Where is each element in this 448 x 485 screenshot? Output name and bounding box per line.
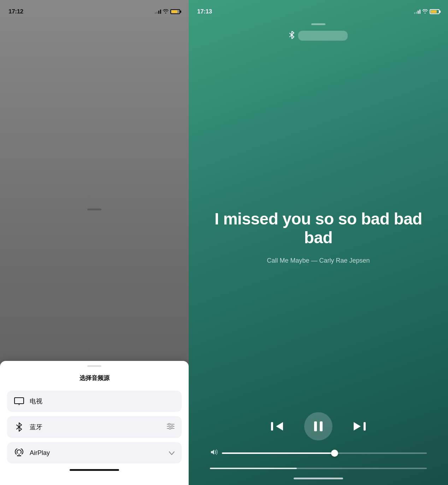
chevron-down-icon xyxy=(169,449,175,457)
sheet-handle xyxy=(87,365,101,367)
volume-slider[interactable] xyxy=(222,452,427,454)
left-panel: 17:12 选择音频源 xyxy=(0,0,189,485)
airplay-icon xyxy=(14,449,24,457)
lyrics-container: I missed you so so bad bad bad Call Me M… xyxy=(189,62,448,412)
bluetooth-device-name xyxy=(298,31,348,41)
right-status-bar: 17:13 xyxy=(189,0,448,19)
volume-row xyxy=(210,449,427,457)
svg-rect-0 xyxy=(14,398,24,404)
svg-rect-10 xyxy=(314,421,317,431)
drag-handle xyxy=(87,209,101,210)
wifi-icon xyxy=(163,9,169,14)
playback-controls xyxy=(210,412,427,440)
right-status-icons xyxy=(414,9,440,14)
airplay-option-left: AirPlay xyxy=(14,449,50,457)
sheet-title: 选择音频源 xyxy=(0,374,189,382)
svg-rect-9 xyxy=(271,422,273,431)
audio-source-sheet: 选择音频源 电视 xyxy=(0,361,189,485)
svg-marker-8 xyxy=(276,422,283,431)
equalizer-icon xyxy=(167,423,175,431)
signal-icon-right xyxy=(414,10,420,14)
svg-marker-12 xyxy=(354,422,361,431)
progress-fill xyxy=(210,468,297,469)
next-button[interactable] xyxy=(354,421,366,431)
signal-icon xyxy=(155,10,161,14)
airplay-label: AirPlay xyxy=(30,449,50,457)
battery-icon xyxy=(170,9,180,14)
bluetooth-option[interactable]: 蓝牙 xyxy=(7,416,182,438)
tv-icon xyxy=(14,397,24,405)
play-pause-button[interactable] xyxy=(304,412,332,440)
home-indicator xyxy=(70,469,119,471)
bluetooth-icon xyxy=(14,422,24,432)
svg-point-4 xyxy=(171,425,173,427)
bluetooth-header xyxy=(289,31,348,41)
song-info: Call Me Maybe — Carly Rae Jepsen xyxy=(267,257,370,264)
progress-bar[interactable] xyxy=(210,468,427,469)
bluetooth-symbol-icon xyxy=(289,31,295,41)
volume-fill xyxy=(222,452,335,454)
left-time: 17:12 xyxy=(8,8,23,15)
controls-area xyxy=(189,412,448,464)
home-indicator-right xyxy=(294,478,343,479)
tv-label: 电视 xyxy=(30,397,42,405)
bluetooth-option-left: 蓝牙 xyxy=(14,422,42,432)
svg-point-2 xyxy=(169,423,170,425)
right-panel: 17:13 xyxy=(189,0,448,485)
tv-option-left: 电视 xyxy=(14,397,42,405)
left-status-bar: 17:12 xyxy=(0,0,189,19)
volume-thumb xyxy=(331,450,338,457)
airplay-option[interactable]: AirPlay xyxy=(7,442,182,463)
volume-icon xyxy=(210,449,218,457)
svg-point-6 xyxy=(169,427,171,429)
previous-button[interactable] xyxy=(271,421,283,431)
left-status-icons xyxy=(155,9,180,14)
right-time: 17:13 xyxy=(197,8,212,15)
tv-option[interactable]: 电视 xyxy=(7,391,182,412)
lyrics-text: I missed you so so bad bad bad xyxy=(203,210,434,247)
svg-rect-13 xyxy=(364,422,366,431)
svg-rect-11 xyxy=(320,421,323,431)
wifi-icon-right xyxy=(422,9,428,14)
bluetooth-label: 蓝牙 xyxy=(30,423,42,431)
drag-handle-right xyxy=(311,23,325,25)
svg-rect-7 xyxy=(17,455,21,456)
battery-icon-right xyxy=(430,9,440,14)
